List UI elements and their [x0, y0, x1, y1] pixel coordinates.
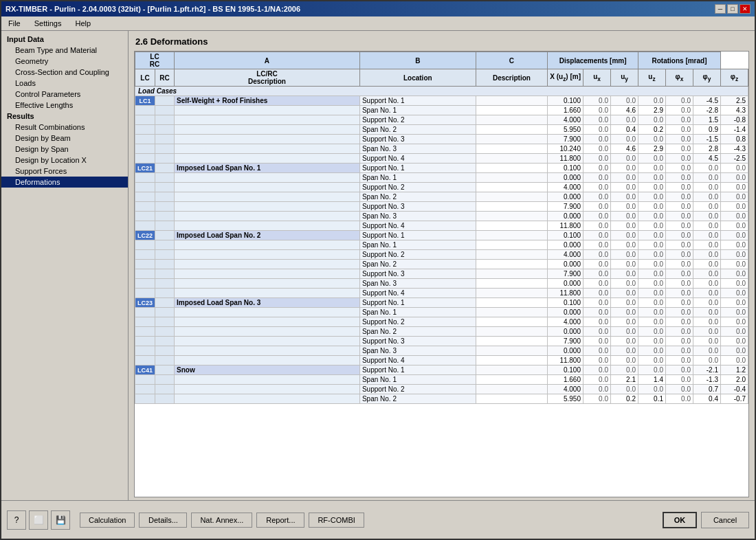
cell-rc: [155, 154, 175, 164]
copy-icon-button[interactable]: ⬜: [29, 510, 48, 530]
page-title: 2.6 Deformations: [131, 34, 752, 51]
cell-desc2: [476, 202, 548, 212]
cell-lc-desc: Imposed Load Span No. 2: [175, 231, 360, 240]
cell-location: Span No. 2: [359, 260, 476, 269]
calculation-button[interactable]: Calculation: [80, 513, 135, 528]
cell-pz: 0.0: [721, 356, 748, 365]
cell-pz: 2.5: [721, 96, 748, 106]
cell-lc: [135, 317, 155, 327]
col-sub-x: X (uz) [m]: [548, 69, 583, 87]
sidebar-item-control[interactable]: Control Parameters: [1, 89, 128, 100]
table-row: LC23Imposed Load Span No. 3Support No. 1…: [135, 298, 748, 308]
cell-desc2: [476, 289, 548, 298]
cell-desc2: [476, 385, 548, 394]
nat-annex-button[interactable]: Nat. Annex...: [191, 513, 252, 528]
minimize-button[interactable]: ─: [715, 4, 726, 14]
cell-uz: 0.0: [638, 289, 666, 298]
cell-px: 0.0: [666, 250, 693, 260]
maximize-button[interactable]: □: [727, 4, 738, 14]
cell-uy: 0.4: [611, 125, 638, 135]
cell-lc: [135, 327, 155, 337]
sidebar-item-design-beam[interactable]: Design by Beam: [1, 133, 128, 144]
cell-pz: 0.0: [721, 260, 748, 269]
report-button[interactable]: Report...: [256, 513, 304, 528]
cell-lc: LC1: [135, 96, 155, 106]
cell-x: 0.100: [548, 298, 583, 308]
sidebar-item-design-span[interactable]: Design by Span: [1, 144, 128, 155]
sidebar-item-beam-type[interactable]: Beam Type and Material: [1, 45, 128, 56]
cell-uy: 0.0: [611, 221, 638, 231]
details-button[interactable]: Details...: [139, 513, 187, 528]
cell-uy: 0.0: [611, 279, 638, 289]
cell-lc: [135, 279, 155, 289]
cell-pz: 0.0: [721, 231, 748, 240]
cell-px: 0.0: [666, 164, 693, 173]
cell-uy: 0.0: [611, 173, 638, 183]
cell-uy: 0.0: [611, 250, 638, 260]
cancel-button[interactable]: Cancel: [701, 512, 749, 528]
sidebar-item-design-location[interactable]: Design by Location X: [1, 155, 128, 166]
cell-lc: LC23: [135, 298, 155, 308]
cell-location: Support No. 4: [359, 356, 476, 365]
cell-px: 0.0: [666, 289, 693, 298]
sidebar-item-effective[interactable]: Effective Lengths: [1, 100, 128, 111]
cell-uy: 0.0: [611, 231, 638, 240]
cell-px: 0.0: [666, 202, 693, 212]
deformations-table: LCRC A B C Displacements [mm] Rotations …: [135, 52, 748, 404]
cell-desc2: [476, 250, 548, 260]
table-body: LC1Self-Weight + Roof FinishesSupport No…: [135, 96, 748, 404]
sidebar-item-deformations[interactable]: Deformations: [1, 177, 128, 188]
content-area: 2.6 Deformations LCRC A B C Displacement…: [129, 31, 755, 500]
cell-ux: 0.0: [583, 298, 611, 308]
cell-desc2: [476, 337, 548, 346]
close-button[interactable]: ✕: [740, 4, 751, 14]
table-row: Support No. 24.0000.00.00.00.01.5-0.8: [135, 115, 748, 125]
cell-px: 0.0: [666, 327, 693, 337]
cell-x: 0.000: [548, 192, 583, 202]
cell-uz: 0.0: [638, 212, 666, 221]
cell-location: Span No. 2: [359, 192, 476, 202]
table-row: Span No. 20.0000.00.00.00.00.00.0: [135, 260, 748, 269]
help-icon-button[interactable]: ?: [7, 510, 26, 530]
cell-ux: 0.0: [583, 183, 611, 192]
cell-lc-desc: [175, 221, 360, 231]
cell-lc: [135, 346, 155, 356]
cell-px: 0.0: [666, 96, 693, 106]
sidebar-item-geometry[interactable]: Geometry: [1, 56, 128, 67]
col-header-lc-rc: LCRC: [135, 52, 175, 69]
sidebar-item-result-combinations[interactable]: Result Combinations: [1, 122, 128, 133]
cell-px: 0.0: [666, 394, 693, 404]
menu-settings[interactable]: Settings: [30, 18, 66, 29]
sidebar-item-loads[interactable]: Loads: [1, 78, 128, 89]
sidebar-item-support-forces[interactable]: Support Forces: [1, 166, 128, 177]
cell-lc: [135, 260, 155, 269]
cell-ux: 0.0: [583, 317, 611, 327]
cell-px: 0.0: [666, 192, 693, 202]
cell-py: 4.5: [693, 154, 721, 164]
menu-bar: File Settings Help: [1, 16, 755, 31]
rf-combi-button[interactable]: RF-COMBI: [309, 513, 364, 528]
sidebar-item-cross-section[interactable]: Cross-Section and Coupling: [1, 67, 128, 78]
cell-uy: 0.0: [611, 115, 638, 125]
table-container[interactable]: LCRC A B C Displacements [mm] Rotations …: [134, 51, 749, 497]
table-row: Span No. 30.0000.00.00.00.00.00.0: [135, 346, 748, 356]
cell-lc-desc: Imposed Load Span No. 1: [175, 164, 360, 173]
cell-uy: 0.0: [611, 385, 638, 394]
cell-uz: 1.4: [638, 375, 666, 385]
ok-button[interactable]: OK: [663, 512, 697, 528]
cell-x: 7.900: [548, 135, 583, 144]
menu-help[interactable]: Help: [71, 18, 95, 29]
cell-uz: 0.0: [638, 346, 666, 356]
cell-px: 0.0: [666, 365, 693, 375]
cell-uz: 0.2: [638, 125, 666, 135]
cell-location: Span No. 1: [359, 106, 476, 115]
cell-py: 0.4: [693, 394, 721, 404]
cell-location: Span No. 3: [359, 212, 476, 221]
cell-lc-desc: [175, 106, 360, 115]
cell-lc-desc: [175, 260, 360, 269]
cell-rc: [155, 221, 175, 231]
cell-x: 7.900: [548, 337, 583, 346]
menu-file[interactable]: File: [4, 18, 25, 29]
save-icon-button[interactable]: 💾: [51, 510, 70, 530]
col-sub-location: Location: [359, 69, 476, 87]
